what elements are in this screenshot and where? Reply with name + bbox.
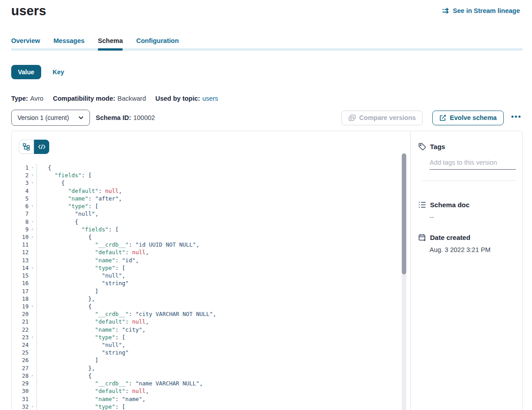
schema-panel: 1▾{2▾ "fields": [3▾ {4 "default": null,5… bbox=[11, 131, 523, 410]
sidebar-divider bbox=[421, 180, 516, 181]
date-created-section: Date created Aug. 3 2022 3:21 PM bbox=[411, 234, 522, 253]
version-toolbar: Version 1 (current) Schema ID:100002 Com… bbox=[11, 110, 523, 126]
code-text: "type": [ bbox=[36, 333, 125, 341]
line-number: 27 bbox=[12, 364, 29, 372]
code-line: 31 "name": "name", bbox=[12, 395, 410, 403]
code-text: "string" bbox=[36, 279, 129, 287]
fold-spacer bbox=[29, 387, 36, 395]
line-number: 12 bbox=[12, 248, 29, 256]
used-by-topic-link[interactable]: users bbox=[202, 95, 218, 102]
type-value: Avro bbox=[30, 95, 44, 102]
code-text: "name": "city", bbox=[36, 326, 145, 333]
fold-toggle-icon[interactable]: ▾ bbox=[29, 233, 36, 241]
code-text: "type": [ bbox=[36, 264, 125, 272]
fold-spacer bbox=[29, 256, 36, 264]
fold-spacer bbox=[29, 187, 36, 195]
fold-toggle-icon[interactable]: ▾ bbox=[29, 372, 36, 380]
tab-messages[interactable]: Messages bbox=[54, 37, 85, 44]
code-line: 2▾ "fields": [ bbox=[12, 171, 410, 179]
compatibility-label: Compatibility mode: bbox=[53, 95, 115, 102]
code-text: "__crdb__": "city VARCHAR NOT NULL", bbox=[36, 310, 216, 318]
line-number: 24 bbox=[12, 341, 29, 349]
line-number: 31 bbox=[12, 395, 29, 403]
code-text: "null", bbox=[36, 272, 125, 279]
compatibility-field: Compatibility mode:Backward bbox=[53, 95, 146, 102]
code-line: 7 "null", bbox=[12, 210, 410, 218]
line-number: 4 bbox=[12, 187, 29, 195]
code-line: 19▾ { bbox=[12, 303, 410, 310]
version-select[interactable]: Version 1 (current) bbox=[11, 110, 90, 126]
compare-versions-label: Compare versions bbox=[359, 114, 416, 121]
code-line: 25 "string" bbox=[12, 349, 410, 356]
tab-bar: Overview Messages Schema Configuration bbox=[11, 37, 523, 51]
code-text: { bbox=[36, 164, 51, 171]
fold-toggle-icon[interactable]: ▾ bbox=[29, 333, 36, 341]
value-toggle-button[interactable]: Value bbox=[11, 65, 41, 79]
tab-overview[interactable]: Overview bbox=[11, 37, 40, 44]
code-text: "__crdb__": "name VARCHAR NULL", bbox=[36, 380, 203, 387]
compare-versions-icon bbox=[349, 115, 356, 121]
fold-spacer bbox=[29, 287, 36, 295]
tree-view-button[interactable] bbox=[19, 140, 34, 154]
line-number: 18 bbox=[12, 295, 29, 303]
fold-spacer bbox=[29, 241, 36, 248]
tag-icon bbox=[418, 143, 426, 150]
fold-toggle-icon[interactable]: ▾ bbox=[29, 171, 36, 179]
editor-scrollbar-thumb[interactable] bbox=[402, 154, 406, 274]
code-line: 4 "default": null, bbox=[12, 187, 410, 195]
more-options-button[interactable]: ••• bbox=[510, 111, 523, 125]
line-number: 10 bbox=[12, 233, 29, 241]
fold-spacer bbox=[29, 272, 36, 279]
key-toggle-button[interactable]: Key bbox=[53, 68, 64, 76]
line-number: 21 bbox=[12, 318, 29, 325]
line-number: 14 bbox=[12, 264, 29, 272]
schema-sidebar: Tags Schema doc -- bbox=[411, 131, 522, 410]
fold-toggle-icon[interactable]: ▾ bbox=[29, 303, 36, 310]
line-number: 26 bbox=[12, 356, 29, 364]
fold-toggle-icon[interactable]: ▾ bbox=[29, 179, 36, 187]
date-created-title: Date created bbox=[430, 234, 470, 241]
code-text: "default": null, bbox=[36, 248, 149, 256]
code-text: "name": "name", bbox=[36, 395, 145, 403]
code-line: 27 }, bbox=[12, 364, 410, 372]
fold-toggle-icon[interactable]: ▾ bbox=[29, 202, 36, 210]
fold-toggle-icon[interactable]: ▾ bbox=[29, 218, 36, 226]
code-line: 20 "__crdb__": "city VARCHAR NOT NULL", bbox=[12, 310, 410, 318]
code-line: 3▾ { bbox=[12, 179, 410, 187]
code-text: "default": null, bbox=[36, 387, 149, 395]
code-line: 28▾ { bbox=[12, 372, 410, 380]
add-tags-input[interactable] bbox=[430, 159, 516, 170]
fold-spacer bbox=[29, 210, 36, 218]
code-text: "type": [ bbox=[36, 403, 125, 410]
schema-id-value: 100002 bbox=[133, 114, 155, 121]
tab-schema[interactable]: Schema bbox=[98, 37, 123, 44]
tab-track bbox=[11, 48, 523, 51]
stream-lineage-link[interactable]: See in Stream lineage bbox=[442, 7, 520, 14]
fold-toggle-icon[interactable]: ▾ bbox=[29, 226, 36, 233]
tab-configuration[interactable]: Configuration bbox=[136, 37, 179, 44]
code-view-button[interactable] bbox=[34, 140, 49, 154]
date-created-value: Aug. 3 2022 3:21 PM bbox=[430, 246, 522, 253]
code-text: "name": "id", bbox=[36, 256, 139, 264]
code-line: 11 "__crdb__": "id UUID NOT NULL", bbox=[12, 241, 410, 248]
evolve-schema-button[interactable]: Evolve schema bbox=[432, 111, 504, 125]
schema-doc-section: Schema doc -- bbox=[411, 201, 522, 221]
fold-spacer bbox=[29, 318, 36, 325]
line-number: 15 bbox=[12, 272, 29, 279]
compare-versions-button[interactable]: Compare versions bbox=[341, 111, 423, 125]
fold-toggle-icon[interactable]: ▾ bbox=[29, 264, 36, 272]
line-number: 3 bbox=[12, 179, 29, 187]
editor-scrollbar-track[interactable] bbox=[402, 153, 406, 410]
code-text: "type": [ bbox=[36, 202, 98, 210]
code-line: 15 "null", bbox=[12, 272, 410, 279]
schema-id-label: Schema ID: bbox=[96, 114, 131, 121]
code-text: "name": "after", bbox=[36, 195, 122, 202]
fold-toggle-icon[interactable]: ▾ bbox=[29, 164, 36, 171]
code-text: ] bbox=[36, 356, 98, 364]
line-number: 2 bbox=[12, 171, 29, 179]
fold-spacer bbox=[29, 341, 36, 349]
line-number: 22 bbox=[12, 326, 29, 333]
line-number: 28 bbox=[12, 372, 29, 380]
evolve-schema-icon bbox=[439, 115, 446, 121]
fold-toggle-icon[interactable]: ▾ bbox=[29, 403, 36, 410]
